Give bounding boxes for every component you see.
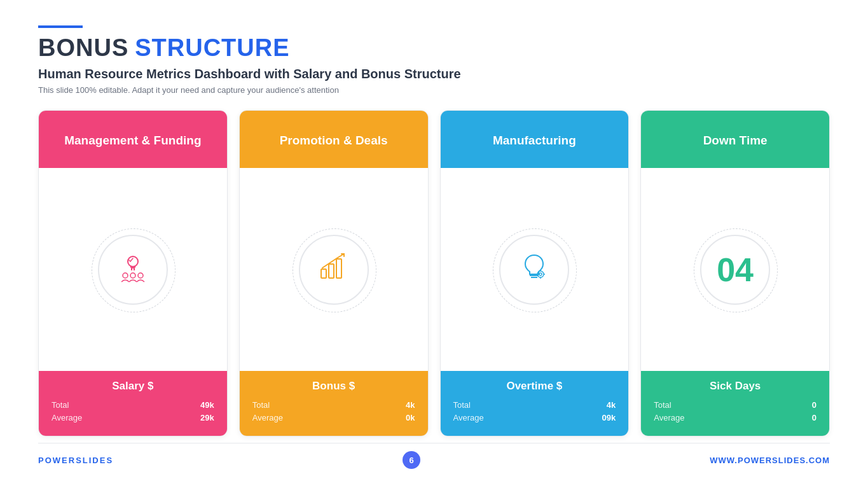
- brand-right: WWW.POWERSLIDES.COM: [710, 456, 830, 465]
- card-promotion-total-value: 4k: [406, 400, 415, 410]
- card-downtime-avg-value: 0: [812, 413, 816, 422]
- subtitle: Human Resource Metrics Dashboard with Sa…: [38, 67, 830, 81]
- description: This slide 100% editable. Adapt it your …: [38, 85, 830, 95]
- page-number: 6: [403, 451, 420, 469]
- card-management-footer: Salary $ Total 49k Average 29k: [39, 371, 227, 436]
- card-promotion-total-label: Total: [252, 400, 270, 410]
- card-promotion-title: Promotion & Deals: [280, 133, 388, 149]
- card-downtime-stat-avg: Average 0: [654, 413, 816, 422]
- card-manufacturing-stat-avg: Average 09k: [453, 413, 616, 422]
- card-management-avg-value: 29k: [200, 413, 214, 422]
- card-manufacturing-total-value: 4k: [607, 400, 616, 410]
- card-promotion-icon-area: [240, 168, 428, 371]
- top-bar-accent: [38, 25, 83, 28]
- brand-left-colored: SLIDES: [76, 456, 113, 465]
- card-management-stat-avg: Average 29k: [52, 413, 214, 422]
- card-promotion-stat-avg: Average 0k: [252, 413, 415, 422]
- card-manufacturing-header: Manufacturing: [441, 111, 629, 168]
- svg-rect-8: [336, 259, 341, 278]
- card-manufacturing-circle: [499, 235, 569, 305]
- card-promotion-footer-title: Bonus $: [252, 380, 415, 393]
- card-downtime-title: Down Time: [703, 133, 768, 149]
- card-promotion-avg-label: Average: [252, 413, 283, 422]
- downtime-number: 04: [717, 251, 754, 289]
- title-structure: STRUCTURE: [135, 34, 289, 62]
- svg-rect-7: [329, 264, 334, 278]
- svg-point-0: [128, 256, 138, 267]
- card-management-avg-label: Average: [52, 413, 82, 422]
- chart-icon: [317, 250, 350, 289]
- card-promotion: Promotion & Deals: [239, 110, 429, 436]
- card-promotion-avg-value: 0k: [406, 413, 415, 422]
- svg-point-4: [130, 273, 135, 278]
- card-downtime-header: Down Time: [641, 111, 829, 168]
- card-manufacturing-avg-label: Average: [453, 413, 484, 422]
- brand-left-plain: POWER: [38, 456, 76, 465]
- gear-bulb-icon: [518, 250, 551, 289]
- card-downtime: Down Time 04 Sick Days Total 0 Average 0: [640, 110, 830, 436]
- svg-point-12: [539, 273, 542, 275]
- card-manufacturing-total-label: Total: [453, 400, 471, 410]
- card-management-stat-total: Total 49k: [52, 400, 214, 410]
- card-promotion-footer: Bonus $ Total 4k Average 0k: [240, 371, 428, 436]
- card-management-header: Management & Funding: [39, 111, 227, 168]
- card-management-footer-title: Salary $: [52, 380, 214, 393]
- brand-left: POWERSLIDES: [38, 456, 113, 465]
- svg-rect-6: [321, 269, 326, 278]
- card-manufacturing-footer-title: Overtime $: [453, 380, 616, 393]
- svg-point-11: [537, 271, 544, 277]
- card-management-total-label: Total: [52, 400, 69, 410]
- card-downtime-avg-label: Average: [654, 413, 684, 422]
- card-management-total-value: 49k: [200, 400, 214, 410]
- card-manufacturing-icon-area: [441, 168, 629, 371]
- card-downtime-stat-total: Total 0: [654, 400, 816, 410]
- card-downtime-circle: 04: [700, 235, 770, 305]
- card-downtime-footer-title: Sick Days: [654, 380, 816, 393]
- card-manufacturing-avg-value: 09k: [602, 413, 616, 422]
- cards-grid: Management & Funding: [38, 110, 830, 436]
- card-downtime-footer: Sick Days Total 0 Average 0: [641, 371, 829, 436]
- title-line: BONUS STRUCTURE: [38, 34, 830, 62]
- card-promotion-circle: [299, 235, 369, 305]
- card-promotion-stat-total: Total 4k: [252, 400, 415, 410]
- slide: BONUS STRUCTURE Human Resource Metrics D…: [0, 0, 868, 488]
- card-manufacturing-title: Manufacturing: [493, 133, 576, 149]
- card-downtime-icon-area: 04: [641, 168, 829, 371]
- card-management-title: Management & Funding: [64, 133, 201, 149]
- card-manufacturing-stat-total: Total 4k: [453, 400, 616, 410]
- card-downtime-total-label: Total: [654, 400, 671, 410]
- card-promotion-header: Promotion & Deals: [240, 111, 428, 168]
- card-management: Management & Funding: [38, 110, 228, 436]
- svg-point-3: [123, 273, 128, 278]
- card-downtime-total-value: 0: [812, 400, 816, 410]
- card-manufacturing: Manufacturing: [440, 110, 630, 436]
- title-bonus: BONUS: [38, 34, 128, 62]
- svg-point-5: [138, 273, 143, 278]
- people-icon: [116, 250, 149, 289]
- card-manufacturing-footer: Overtime $ Total 4k Average 09k: [441, 371, 629, 436]
- slide-footer: POWERSLIDES 6 WWW.POWERSLIDES.COM: [38, 443, 830, 469]
- card-management-circle: [98, 235, 168, 305]
- card-management-icon-area: [39, 168, 227, 371]
